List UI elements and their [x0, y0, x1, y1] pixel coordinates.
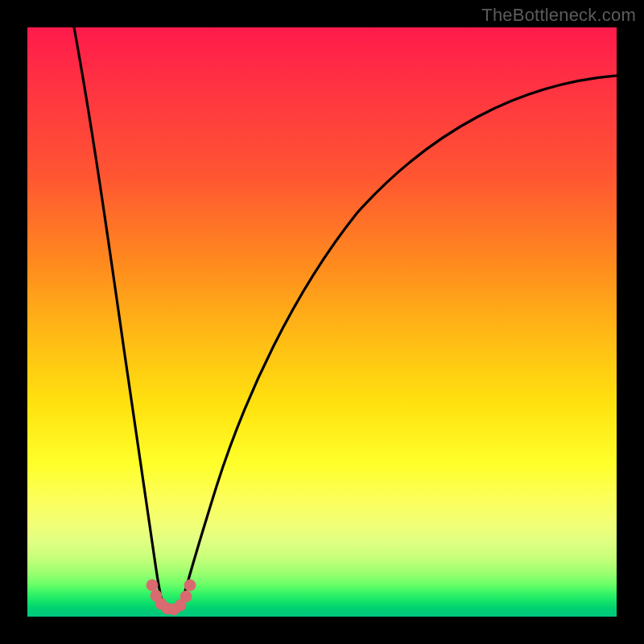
valley-marker — [147, 580, 196, 615]
chart-frame: TheBottleneck.com — [0, 0, 644, 644]
plot-area — [27, 27, 617, 617]
svg-point-3 — [162, 603, 173, 614]
curve-layer — [27, 27, 617, 617]
svg-point-0 — [147, 580, 158, 591]
svg-point-6 — [180, 591, 192, 602]
watermark-text: TheBottleneck.com — [481, 5, 636, 26]
right-branch-path — [180, 76, 617, 609]
svg-point-5 — [175, 600, 186, 611]
svg-point-4 — [168, 604, 180, 615]
svg-point-2 — [155, 598, 167, 609]
svg-point-1 — [151, 590, 162, 601]
svg-point-7 — [184, 580, 196, 591]
left-branch-path — [74, 27, 164, 609]
